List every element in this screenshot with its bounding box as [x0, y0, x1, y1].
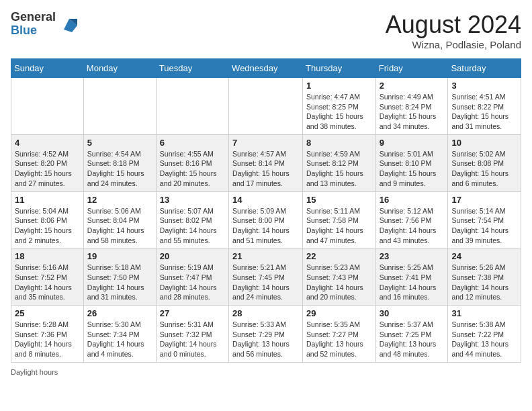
- day-cell: 24Sunrise: 5:26 AMSunset: 7:38 PMDayligh…: [448, 248, 521, 306]
- day-number: 29: [306, 308, 372, 318]
- logo: General Blue: [11, 11, 80, 38]
- day-number: 24: [451, 251, 517, 261]
- day-cell: [156, 78, 228, 135]
- day-cell: 23Sunrise: 5:25 AMSunset: 7:41 PMDayligh…: [375, 248, 448, 306]
- day-cell: 3Sunrise: 4:51 AMSunset: 8:22 PMDaylight…: [448, 78, 521, 135]
- footer: Daylight hours: [11, 368, 521, 376]
- day-cell: 1Sunrise: 4:47 AMSunset: 8:25 PMDaylight…: [303, 78, 376, 135]
- day-cell: 28Sunrise: 5:33 AMSunset: 7:29 PMDayligh…: [229, 306, 303, 363]
- day-info: Sunrise: 4:55 AMSunset: 8:16 PMDaylight:…: [160, 149, 225, 189]
- day-cell: 20Sunrise: 5:19 AMSunset: 7:47 PMDayligh…: [156, 248, 228, 306]
- day-cell: [83, 78, 156, 135]
- day-cell: 9Sunrise: 5:01 AMSunset: 8:10 PMDaylight…: [375, 134, 448, 191]
- month-year-title: August 2024: [386, 11, 521, 39]
- day-info: Sunrise: 5:12 AMSunset: 7:56 PMDaylight:…: [380, 206, 445, 246]
- day-info: Sunrise: 5:19 AMSunset: 7:47 PMDaylight:…: [160, 263, 225, 302]
- day-cell: [11, 78, 84, 135]
- day-cell: 13Sunrise: 5:07 AMSunset: 8:02 PMDayligh…: [156, 191, 228, 248]
- day-number: 28: [232, 308, 299, 318]
- location-text: Wizna, Podlasie, Poland: [386, 39, 521, 50]
- week-row-1: 1Sunrise: 4:47 AMSunset: 8:25 PMDaylight…: [11, 78, 521, 135]
- day-info: Sunrise: 5:37 AMSunset: 7:25 PMDaylight:…: [380, 320, 445, 359]
- day-info: Sunrise: 5:35 AMSunset: 7:27 PMDaylight:…: [306, 320, 372, 359]
- week-row-5: 25Sunrise: 5:28 AMSunset: 7:36 PMDayligh…: [11, 306, 521, 363]
- day-cell: 17Sunrise: 5:14 AMSunset: 7:54 PMDayligh…: [448, 191, 521, 248]
- day-info: Sunrise: 5:31 AMSunset: 7:32 PMDaylight:…: [160, 320, 225, 359]
- calendar-table: Sunday Monday Tuesday Wednesday Thursday…: [11, 58, 521, 363]
- day-number: 20: [160, 251, 225, 261]
- day-cell: 27Sunrise: 5:31 AMSunset: 7:32 PMDayligh…: [156, 306, 228, 363]
- header-sunday: Sunday: [11, 59, 84, 78]
- header-saturday: Saturday: [448, 59, 521, 78]
- day-cell: 6Sunrise: 4:55 AMSunset: 8:16 PMDaylight…: [156, 134, 228, 191]
- day-info: Sunrise: 5:04 AMSunset: 8:06 PMDaylight:…: [15, 206, 80, 246]
- logo-general-text: General: [11, 11, 56, 24]
- day-info: Sunrise: 5:30 AMSunset: 7:34 PMDaylight:…: [87, 320, 152, 359]
- day-info: Sunrise: 5:25 AMSunset: 7:41 PMDaylight:…: [380, 263, 445, 302]
- week-row-4: 18Sunrise: 5:16 AMSunset: 7:52 PMDayligh…: [11, 248, 521, 306]
- day-cell: 31Sunrise: 5:38 AMSunset: 7:22 PMDayligh…: [448, 306, 521, 363]
- header-friday: Friday: [375, 59, 448, 78]
- day-info: Sunrise: 5:06 AMSunset: 8:04 PMDaylight:…: [87, 206, 152, 246]
- day-info: Sunrise: 5:33 AMSunset: 7:29 PMDaylight:…: [232, 320, 299, 359]
- day-cell: 21Sunrise: 5:21 AMSunset: 7:45 PMDayligh…: [229, 248, 303, 306]
- day-info: Sunrise: 4:54 AMSunset: 8:18 PMDaylight:…: [87, 149, 152, 189]
- header-monday: Monday: [83, 59, 156, 78]
- day-number: 9: [380, 138, 445, 148]
- day-number: 4: [15, 138, 80, 148]
- day-cell: 29Sunrise: 5:35 AMSunset: 7:27 PMDayligh…: [303, 306, 376, 363]
- day-info: Sunrise: 5:07 AMSunset: 8:02 PMDaylight:…: [160, 206, 225, 246]
- day-info: Sunrise: 5:02 AMSunset: 8:08 PMDaylight:…: [451, 149, 517, 189]
- day-info: Sunrise: 5:11 AMSunset: 7:58 PMDaylight:…: [306, 206, 372, 246]
- day-info: Sunrise: 4:47 AMSunset: 8:25 PMDaylight:…: [306, 92, 372, 132]
- day-number: 15: [306, 195, 372, 205]
- day-number: 31: [451, 308, 517, 318]
- day-number: 7: [232, 138, 299, 148]
- day-cell: 2Sunrise: 4:49 AMSunset: 8:24 PMDaylight…: [375, 78, 448, 135]
- day-cell: 8Sunrise: 4:59 AMSunset: 8:12 PMDaylight…: [303, 134, 376, 191]
- day-info: Sunrise: 5:01 AMSunset: 8:10 PMDaylight:…: [380, 149, 445, 189]
- day-info: Sunrise: 4:52 AMSunset: 8:20 PMDaylight:…: [15, 149, 80, 189]
- day-number: 22: [306, 251, 372, 261]
- day-cell: 25Sunrise: 5:28 AMSunset: 7:36 PMDayligh…: [11, 306, 84, 363]
- day-number: 30: [380, 308, 445, 318]
- day-number: 5: [87, 138, 152, 148]
- day-number: 8: [306, 138, 372, 148]
- day-cell: 7Sunrise: 4:57 AMSunset: 8:14 PMDaylight…: [229, 134, 303, 191]
- day-number: 21: [232, 251, 299, 261]
- logo-blue-text: Blue: [11, 24, 56, 38]
- header-thursday: Thursday: [303, 59, 376, 78]
- day-cell: 16Sunrise: 5:12 AMSunset: 7:56 PMDayligh…: [375, 191, 448, 248]
- day-info: Sunrise: 4:59 AMSunset: 8:12 PMDaylight:…: [306, 149, 372, 189]
- day-cell: 4Sunrise: 4:52 AMSunset: 8:20 PMDaylight…: [11, 134, 84, 191]
- day-number: 1: [306, 81, 372, 91]
- day-number: 23: [380, 251, 445, 261]
- day-info: Sunrise: 4:51 AMSunset: 8:22 PMDaylight:…: [451, 92, 517, 132]
- day-cell: 22Sunrise: 5:23 AMSunset: 7:43 PMDayligh…: [303, 248, 376, 306]
- day-number: 17: [451, 195, 517, 205]
- day-number: 16: [380, 195, 445, 205]
- week-row-2: 4Sunrise: 4:52 AMSunset: 8:20 PMDaylight…: [11, 134, 521, 191]
- day-number: 27: [160, 308, 225, 318]
- day-number: 19: [87, 251, 152, 261]
- weekday-header-row: Sunday Monday Tuesday Wednesday Thursday…: [11, 59, 521, 78]
- day-cell: 14Sunrise: 5:09 AMSunset: 8:00 PMDayligh…: [229, 191, 303, 248]
- day-cell: 15Sunrise: 5:11 AMSunset: 7:58 PMDayligh…: [303, 191, 376, 248]
- day-cell: 26Sunrise: 5:30 AMSunset: 7:34 PMDayligh…: [83, 306, 156, 363]
- day-cell: 5Sunrise: 4:54 AMSunset: 8:18 PMDaylight…: [83, 134, 156, 191]
- day-number: 14: [232, 195, 299, 205]
- day-info: Sunrise: 5:38 AMSunset: 7:22 PMDaylight:…: [451, 320, 517, 359]
- logo-icon: [58, 13, 80, 35]
- day-cell: 18Sunrise: 5:16 AMSunset: 7:52 PMDayligh…: [11, 248, 84, 306]
- day-cell: 11Sunrise: 5:04 AMSunset: 8:06 PMDayligh…: [11, 191, 84, 248]
- day-number: 11: [15, 195, 80, 205]
- day-number: 13: [160, 195, 225, 205]
- daylight-hours-label: Daylight hours: [11, 368, 58, 376]
- day-number: 25: [15, 308, 80, 318]
- week-row-3: 11Sunrise: 5:04 AMSunset: 8:06 PMDayligh…: [11, 191, 521, 248]
- day-number: 6: [160, 138, 225, 148]
- day-info: Sunrise: 5:23 AMSunset: 7:43 PMDaylight:…: [306, 263, 372, 302]
- day-number: 10: [451, 138, 517, 148]
- day-info: Sunrise: 5:14 AMSunset: 7:54 PMDaylight:…: [451, 206, 517, 246]
- page-header: General Blue August 2024 Wizna, Podlasie…: [11, 11, 521, 50]
